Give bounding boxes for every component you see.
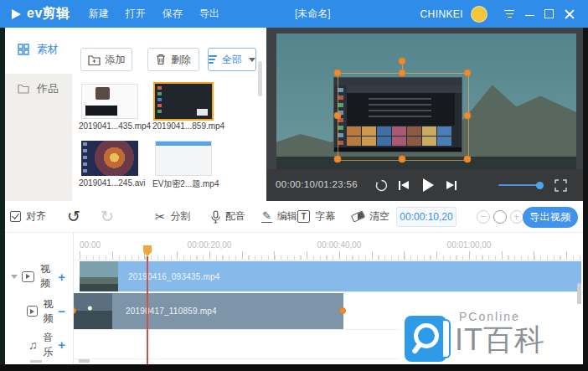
media-item[interactable]: 2019041...245.avi	[79, 141, 141, 188]
selection-box[interactable]	[338, 73, 469, 161]
add-track-button[interactable]: +	[58, 338, 65, 351]
sidebar-item-works[interactable]: 作品	[18, 81, 59, 96]
grid-icon	[18, 44, 29, 55]
clear-label: 清空	[369, 209, 389, 224]
close-icon[interactable]	[565, 9, 575, 19]
resize-handle-n[interactable]	[399, 70, 406, 77]
track-header-music[interactable]: ♫ 音乐 +	[5, 331, 73, 358]
track-header-video2[interactable]: 视频 −	[5, 293, 73, 329]
fullscreen-icon[interactable]	[554, 169, 567, 201]
window-frame-bottom	[0, 364, 588, 371]
preview-video[interactable]	[276, 33, 576, 169]
resize-handle-s[interactable]	[399, 156, 406, 163]
timeline-clip-video2-selected[interactable]: 20190417_110859.mp4	[74, 293, 343, 329]
playback-timecode: 00:00:10/01:23:56	[276, 179, 358, 189]
timeline-clip-video1[interactable]: 20190416_093435.mp4	[80, 261, 581, 291]
video-track-icon	[27, 306, 38, 317]
filter-dropdown[interactable]: 全部	[208, 48, 256, 71]
track-label: 视频	[44, 297, 58, 326]
logo-play-icon	[12, 9, 21, 19]
add-media-button[interactable]: 添加	[80, 48, 132, 71]
export-video-button[interactable]: 导出视频	[523, 207, 578, 228]
music-note-icon: ♫	[28, 339, 38, 351]
remove-track-button[interactable]: −	[58, 305, 65, 317]
media-thumbnail[interactable]	[81, 84, 138, 119]
minimize-icon[interactable]	[525, 15, 534, 17]
subtitle-button[interactable]: T 字幕	[297, 201, 335, 232]
prev-frame-button[interactable]	[399, 169, 409, 201]
username[interactable]: CHINKEI	[420, 8, 463, 20]
media-item[interactable]: EV加密2...题.mp4	[152, 141, 214, 190]
trash-icon	[156, 54, 166, 65]
maximize-icon[interactable]	[544, 9, 554, 18]
text-icon: T	[297, 210, 310, 223]
media-filename: 2019041...435.mp4	[79, 121, 141, 131]
track-header-video1[interactable]: 视频 +	[5, 261, 73, 291]
align-toggle[interactable]: 对齐	[10, 201, 46, 232]
ruler-label: 00:00	[80, 240, 101, 250]
zoom-out-icon[interactable]	[477, 210, 490, 224]
resize-handle-nw[interactable]	[334, 70, 342, 77]
rotation-handle[interactable]	[399, 58, 406, 65]
app-title: ev剪辑	[27, 5, 70, 23]
split-button[interactable]: ✂ 分割	[155, 201, 191, 232]
media-filename: EV加密2...题.mp4	[152, 178, 214, 190]
redo-button[interactable]: ↻	[101, 201, 114, 232]
pconline-logo	[405, 316, 446, 362]
app-logo: ev剪辑	[12, 5, 70, 23]
timeline-hscrollbar[interactable]	[79, 359, 90, 363]
watermark-title: IT百科	[455, 323, 545, 357]
delete-media-button[interactable]: 删除	[147, 48, 199, 71]
playhead-line	[147, 256, 148, 364]
subtitle-label: 字幕	[315, 209, 335, 224]
resize-handle-se[interactable]	[464, 156, 472, 163]
media-library: 添加 删除 全部 2019041...435.mp4 2019041...859…	[72, 28, 266, 201]
zoom-in-icon[interactable]	[510, 210, 524, 224]
edit-button[interactable]: ✎ 编辑	[261, 201, 297, 232]
menu-new[interactable]: 新建	[89, 7, 109, 21]
avatar[interactable]	[471, 6, 487, 23]
watermark-brand: PConline	[459, 310, 520, 323]
sidebar-item-label: 作品	[37, 81, 59, 96]
ruler-label: 00:00:20,00	[188, 240, 232, 250]
media-thumbnail[interactable]	[155, 84, 212, 119]
media-filename: 2019041...859.mp4	[152, 121, 214, 131]
play-button[interactable]	[423, 169, 434, 201]
sidebar-item-material[interactable]: 素材	[18, 42, 59, 57]
video-track-icon	[22, 271, 34, 282]
ev-editor-window: ev剪辑 新建 打开 保存 导出 [未命名] CHINKEI 素材	[0, 0, 588, 371]
ruler-ticks[interactable]	[80, 251, 581, 260]
media-item-selected[interactable]: 2019041...859.mp4	[152, 84, 214, 131]
resize-handle-w[interactable]	[334, 112, 342, 120]
media-thumbnail[interactable]	[81, 141, 138, 176]
undo-button[interactable]: ↺	[67, 201, 80, 232]
loop-button[interactable]	[374, 169, 389, 201]
menu-lines-icon[interactable]	[504, 10, 514, 18]
align-label: 对齐	[26, 209, 46, 224]
redo-icon: ↻	[101, 210, 114, 224]
add-track-button[interactable]: +	[58, 271, 65, 283]
menu-open[interactable]: 打开	[126, 7, 146, 21]
timecode-field[interactable]: 00:00:10,20	[396, 207, 456, 227]
clear-button[interactable]: 清空	[352, 201, 389, 232]
titlebar: ev剪辑 新建 打开 保存 导出 [未命名] CHINKEI	[0, 0, 588, 28]
media-thumbnail[interactable]	[155, 141, 212, 176]
clip-filename: 20190416_093435.mp4	[128, 261, 219, 291]
resize-handle-sw[interactable]	[334, 156, 342, 163]
filter-label: 全部	[222, 53, 242, 67]
library-scrollbar[interactable]	[258, 61, 262, 96]
volume-knob[interactable]	[536, 182, 544, 189]
resize-handle-e[interactable]	[464, 112, 472, 120]
playback-controls: 00:00:10/01:23:56	[266, 169, 583, 201]
checkbox-checked-icon[interactable]	[10, 211, 21, 222]
media-item[interactable]: 2019041...435.mp4	[79, 84, 141, 131]
next-frame-button[interactable]	[446, 169, 456, 201]
collapse-caret-icon[interactable]	[11, 275, 18, 279]
menu-save[interactable]: 保存	[162, 7, 183, 21]
menu-export[interactable]: 导出	[199, 7, 219, 21]
edit-label: 编辑	[277, 209, 297, 224]
resize-handle-ne[interactable]	[464, 70, 472, 77]
zoom-reset-icon[interactable]	[493, 210, 507, 224]
trim-handle-right[interactable]	[339, 307, 346, 314]
dub-button[interactable]: 配音	[211, 201, 245, 232]
